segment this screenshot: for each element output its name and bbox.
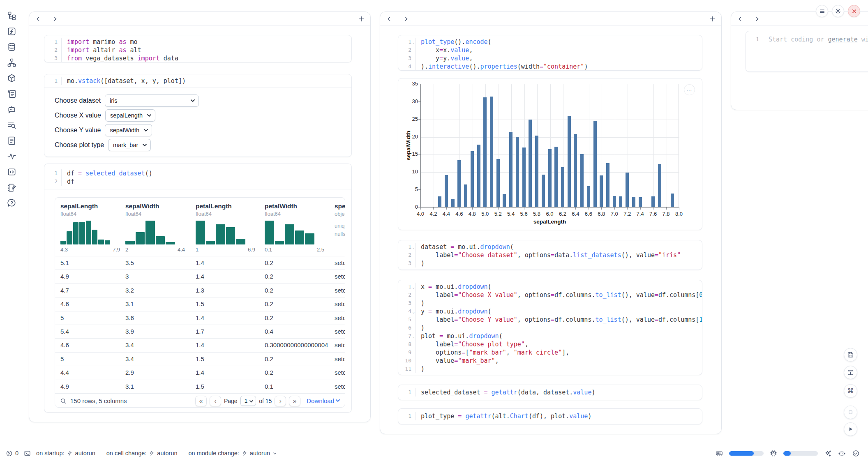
table-header-row: sepalLengthfloat644.37.9sepalWidthfloat6… bbox=[55, 198, 345, 256]
assistant-bot-icon[interactable] bbox=[838, 449, 846, 457]
column-1-add-cell-button[interactable] bbox=[358, 16, 365, 22]
download-button[interactable]: Download bbox=[307, 397, 340, 404]
connection-status-icon[interactable] bbox=[852, 449, 860, 457]
stop-kernel-button[interactable] bbox=[844, 406, 857, 419]
ai-chat-icon bbox=[7, 105, 16, 114]
y-value-select[interactable]: sepalWidth bbox=[105, 124, 152, 136]
empty-code-editor[interactable]: 1 Start coding or generate with AI bbox=[746, 31, 868, 44]
on-module-change-setting[interactable]: on module change: autorun bbox=[189, 450, 277, 456]
table-column-header[interactable]: sepalWidthfloat6424.4 bbox=[120, 203, 190, 256]
column-histogram bbox=[60, 221, 110, 244]
errors-indicator[interactable]: 0 bbox=[6, 450, 18, 457]
table-column-header[interactable]: speciesobjectuniquenulls: bbox=[329, 203, 345, 256]
plot-type-select[interactable]: mark_bar bbox=[108, 139, 151, 151]
chevron-right-icon bbox=[403, 16, 409, 22]
code-editor[interactable]: 1⌄x = mo.ui.dropdown(2 label="Choose X v… bbox=[398, 280, 702, 375]
column-1-prev-button[interactable] bbox=[35, 16, 42, 22]
close-icon bbox=[852, 9, 857, 14]
table-column-header[interactable]: petalLengthfloat6416.9 bbox=[190, 203, 259, 256]
database-icon bbox=[7, 42, 16, 52]
first-page-button[interactable]: « bbox=[195, 396, 207, 406]
app-view-button[interactable] bbox=[844, 366, 857, 379]
table-row[interactable]: 5.43.91.70.4setosa bbox=[55, 325, 345, 338]
chart-bar bbox=[574, 134, 577, 207]
generate-with-ai-link[interactable]: generate bbox=[828, 36, 858, 43]
run-all-button[interactable] bbox=[844, 422, 857, 436]
table-row[interactable]: 4.63.41.40.30000000000000004setosa bbox=[55, 338, 345, 352]
column-3-next-button[interactable] bbox=[754, 16, 760, 22]
code-editor[interactable]: 1selected_dataset = getattr(data, datase… bbox=[398, 385, 702, 400]
cell-imports: 1import marimo as mo2import altair as al… bbox=[44, 35, 352, 62]
page-select[interactable]: 1 bbox=[240, 396, 256, 406]
plus-icon bbox=[709, 16, 716, 22]
sidebar-datasources-button[interactable] bbox=[7, 42, 17, 52]
on-startup-label: on startup: bbox=[36, 450, 65, 456]
code-editor[interactable]: 1plot_type = getattr(alt.Chart(df), plot… bbox=[398, 409, 702, 424]
on-cell-change-setting[interactable]: on cell change: autorun bbox=[106, 450, 178, 456]
x-value-select[interactable]: sepalLength bbox=[105, 109, 155, 122]
chart-menu-button[interactable]: ⋯ bbox=[684, 84, 695, 95]
memory-usage-meter bbox=[729, 451, 764, 456]
save-notebook-button[interactable] bbox=[844, 348, 857, 362]
sidebar-documentation-button[interactable] bbox=[7, 120, 17, 130]
keyboard-shortcuts-button[interactable]: ⌘ bbox=[844, 384, 857, 398]
sidebar-scratchpad-button[interactable] bbox=[7, 182, 17, 193]
table-row[interactable]: 4.93.11.50.1setosa bbox=[55, 380, 345, 393]
table-row[interactable]: 4.42.91.40.2setosa bbox=[55, 366, 345, 379]
column-2-prev-button[interactable] bbox=[386, 16, 392, 22]
table-row[interactable]: 4.63.11.50.2setosa bbox=[55, 297, 345, 311]
plot-type-label: Choose plot type bbox=[55, 141, 104, 149]
notebook-menu-button[interactable] bbox=[816, 5, 828, 17]
chart-bar bbox=[483, 97, 487, 207]
package-icon bbox=[7, 74, 16, 83]
column-1-next-button[interactable] bbox=[52, 16, 58, 22]
sidebar-help-button[interactable] bbox=[7, 198, 17, 208]
chevron-down-icon bbox=[249, 400, 253, 403]
table-row[interactable]: 53.61.40.2setosa bbox=[55, 311, 345, 325]
chart-bar bbox=[561, 167, 564, 207]
sidebar-code-block-button[interactable] bbox=[7, 167, 17, 177]
column-histogram bbox=[125, 221, 175, 244]
table-row[interactable]: 53.41.50.2setosa bbox=[55, 352, 345, 366]
settings-button[interactable] bbox=[832, 5, 844, 17]
dataset-select[interactable]: iris bbox=[105, 95, 199, 107]
table-column-header[interactable]: sepalLengthfloat644.37.9 bbox=[55, 203, 120, 256]
next-page-button[interactable]: › bbox=[275, 396, 286, 406]
sidebar-packages-button[interactable] bbox=[7, 73, 17, 83]
last-page-button[interactable]: » bbox=[289, 396, 300, 406]
chart-bar bbox=[496, 159, 500, 207]
code-editor[interactable]: 1import marimo as mo2import altair as al… bbox=[44, 35, 351, 62]
sidebar-dependency-graph-button[interactable] bbox=[7, 58, 17, 68]
shutdown-button[interactable] bbox=[848, 5, 860, 17]
code-editor[interactable]: 1mo.vstack([dataset, x, y, plot]) bbox=[44, 74, 351, 88]
column-2-add-cell-button[interactable] bbox=[709, 16, 716, 22]
table-row[interactable]: 4.73.21.30.2setosa bbox=[55, 284, 345, 297]
sidebar-ai-chat-button[interactable] bbox=[7, 104, 17, 115]
table-row[interactable]: 4.931.40.2setosa bbox=[55, 270, 345, 283]
sidebar-tracing-button[interactable] bbox=[7, 151, 17, 161]
chart-bar bbox=[606, 163, 609, 207]
chart-bar bbox=[568, 116, 571, 207]
sidebar-functions-button[interactable] bbox=[7, 26, 17, 37]
chart-bar bbox=[503, 194, 506, 207]
column-2-header bbox=[380, 12, 721, 26]
code-editor[interactable]: 1df = selected_dataset()2df bbox=[44, 164, 351, 189]
table-body: 5.13.51.40.2setosa4.931.40.2setosa4.73.2… bbox=[55, 256, 345, 393]
code-editor[interactable]: 1⌄plot_type().encode(2 x=x.value,3 y=y.v… bbox=[398, 35, 702, 71]
column-3-prev-button[interactable] bbox=[737, 16, 743, 22]
on-module-change-value: autorun bbox=[250, 450, 270, 456]
prev-page-button[interactable]: ‹ bbox=[210, 396, 221, 406]
sidebar-file-tree-button[interactable] bbox=[7, 11, 17, 21]
table-column-header[interactable]: petalWidthfloat640.12.5 bbox=[259, 203, 329, 256]
sidebar-snippets-button[interactable] bbox=[7, 136, 17, 146]
code-editor[interactable]: 1⌄dataset = mo.ui.dropdown(2 label="Choo… bbox=[398, 240, 702, 270]
sidebar-logs-button[interactable] bbox=[7, 89, 17, 99]
search-icon[interactable] bbox=[60, 398, 67, 404]
column-2-next-button[interactable] bbox=[403, 16, 409, 22]
page-count-label: of 15 bbox=[259, 398, 272, 404]
terminal-button[interactable] bbox=[24, 450, 31, 457]
table-row[interactable]: 5.13.51.40.2setosa bbox=[55, 256, 345, 270]
ai-sparkles-icon[interactable] bbox=[824, 449, 832, 457]
chevron-left-icon bbox=[35, 16, 41, 22]
on-startup-setting[interactable]: on startup: autorun bbox=[36, 450, 95, 456]
